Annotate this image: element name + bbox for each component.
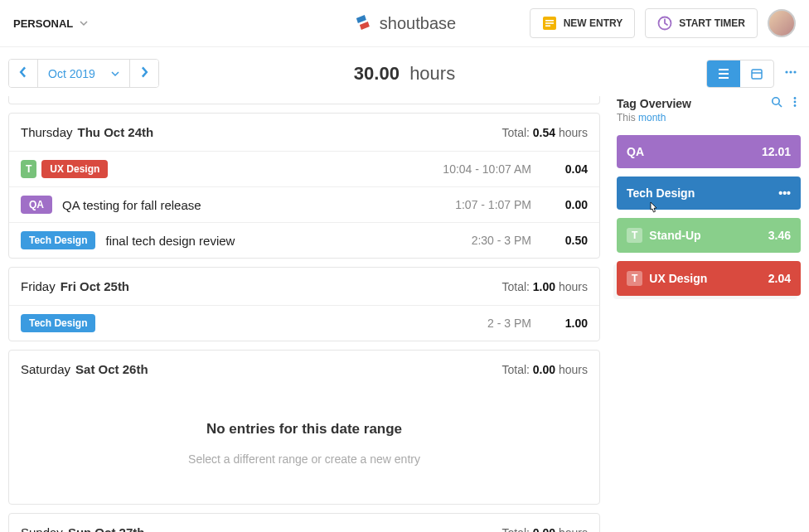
prev-period-button[interactable] xyxy=(9,60,37,87)
svg-point-6 xyxy=(785,70,787,73)
entry-tags: Tech Design xyxy=(21,314,95,332)
day-name: Saturday xyxy=(21,362,70,376)
main-content: Thursday Thu Oct 24th Total: 0.54 hours … xyxy=(0,96,809,532)
next-period-button[interactable] xyxy=(130,60,158,87)
day-card: Thursday Thu Oct 24th Total: 0.54 hours … xyxy=(8,113,600,259)
overview-tag-value: ••• xyxy=(778,186,791,200)
svg-point-7 xyxy=(789,70,792,73)
new-entry-label: NEW ENTRY xyxy=(564,17,623,29)
more-options-button[interactable] xyxy=(781,62,801,85)
entry-description: QA testing for fall release xyxy=(62,198,201,212)
chevron-down-icon xyxy=(80,19,88,27)
dots-vertical-icon xyxy=(789,96,801,108)
day-total: Total: 0.00 hours xyxy=(501,526,588,533)
logo-mark-icon xyxy=(353,13,373,33)
new-entry-button[interactable]: NEW ENTRY xyxy=(530,8,636,38)
day-header[interactable]: Thursday Thu Oct 24th Total: 0.54 hours xyxy=(9,114,599,151)
svg-rect-2 xyxy=(545,22,554,24)
day-date: Fri Oct 25th xyxy=(61,279,129,293)
svg-rect-5 xyxy=(752,70,762,79)
view-controls xyxy=(706,60,801,88)
entry-duration: 0.50 xyxy=(546,234,588,247)
workspace-label: PERSONAL xyxy=(13,17,73,30)
svg-point-9 xyxy=(773,98,779,104)
day-total: Total: 0.54 hours xyxy=(501,126,588,139)
period-selector[interactable]: Oct 2019 xyxy=(37,60,130,87)
day-header[interactable]: Saturday Sat Oct 26th Total: 0.00 hours xyxy=(9,351,599,388)
panel-title: Tag Overview xyxy=(617,97,691,110)
panel-search-button[interactable] xyxy=(771,96,782,110)
total-hours-label: hours xyxy=(409,63,455,84)
overview-tag-name: Stand-Up xyxy=(649,229,768,242)
tag-badge[interactable]: T xyxy=(21,160,36,178)
list-icon xyxy=(717,67,730,80)
search-icon xyxy=(771,96,782,108)
entry-time-range: 2 - 3 PM xyxy=(487,317,531,330)
cursor-pointer-icon xyxy=(647,201,660,216)
time-entry[interactable]: Tech Design 2 - 3 PM 1.00 xyxy=(9,305,599,341)
svg-point-10 xyxy=(794,97,797,99)
overview-tag-prefix: T xyxy=(627,228,642,243)
date-navigator: Oct 2019 xyxy=(8,59,159,88)
time-entry[interactable]: T UX Design 10:04 - 10:07 AM 0.04 xyxy=(9,151,599,186)
svg-point-12 xyxy=(794,104,797,107)
start-timer-label: START TIMER xyxy=(679,17,745,29)
svg-point-11 xyxy=(794,101,797,104)
overview-tag-value: 2.04 xyxy=(768,272,791,285)
entry-duration: 0.04 xyxy=(546,162,588,176)
overview-tag-value: 12.01 xyxy=(762,145,791,158)
timer-icon xyxy=(657,16,672,31)
brand-name: shoutbase xyxy=(380,14,456,33)
tag-overview-panel: Tag Overview This month QA 12.01 Tech De… xyxy=(617,96,801,304)
tag-overview-item[interactable]: T UX Design 2.04 xyxy=(617,261,801,296)
panel-period-link[interactable]: month xyxy=(638,112,666,123)
day-header[interactable]: Friday Fri Oct 25th Total: 1.00 hours xyxy=(9,268,599,305)
day-total: Total: 0.00 hours xyxy=(501,363,588,376)
day-total: Total: 1.00 hours xyxy=(501,280,588,293)
time-entry[interactable]: Tech Design final tech design review 2:3… xyxy=(9,222,599,258)
tag-badge[interactable]: Tech Design xyxy=(21,314,95,332)
workspace-selector[interactable]: PERSONAL xyxy=(13,17,88,30)
list-view-button[interactable] xyxy=(707,60,740,87)
app-header: PERSONAL shoutbase NEW ENTRY START TIMER xyxy=(0,0,809,47)
panel-more-button[interactable] xyxy=(789,96,801,110)
tag-badge[interactable]: UX Design xyxy=(41,160,108,178)
tag-overview-item[interactable]: T Stand-Up 3.46 xyxy=(617,218,801,253)
empty-heading: No entries for this date range xyxy=(17,421,591,438)
day-card: Sunday Sun Oct 27th Total: 0.00 hours xyxy=(8,513,600,532)
entry-tags: T UX Design xyxy=(21,160,108,178)
calendar-icon xyxy=(750,67,763,80)
day-card: Saturday Sat Oct 26th Total: 0.00 hours … xyxy=(8,350,600,505)
overview-tag-prefix: T xyxy=(627,271,642,286)
entry-tags: QA xyxy=(21,196,52,214)
day-name: Sunday xyxy=(21,525,63,532)
tag-badge[interactable]: QA xyxy=(21,196,52,214)
overview-tag-value: 3.46 xyxy=(768,229,791,242)
brand-logo: shoutbase xyxy=(353,13,456,33)
tag-overview-item[interactable]: QA 12.01 xyxy=(617,135,801,168)
entry-duration: 1.00 xyxy=(546,317,588,330)
user-avatar[interactable] xyxy=(768,9,796,37)
total-hours: 30.00 hours xyxy=(354,63,455,85)
day-date: Thu Oct 24th xyxy=(78,125,154,139)
svg-rect-1 xyxy=(545,20,554,22)
day-header[interactable]: Sunday Sun Oct 27th Total: 0.00 hours xyxy=(9,514,599,532)
chevron-right-icon xyxy=(138,66,150,78)
day-card: Friday Fri Oct 25th Total: 1.00 hours Te… xyxy=(8,267,600,341)
period-label: Oct 2019 xyxy=(48,67,95,80)
header-actions: NEW ENTRY START TIMER xyxy=(530,8,796,38)
tag-overview-item[interactable]: Tech Design ••• xyxy=(617,177,801,210)
empty-subtext: Select a different range or create a new… xyxy=(17,452,591,466)
start-timer-button[interactable]: START TIMER xyxy=(645,8,758,38)
tag-badge[interactable]: Tech Design xyxy=(21,231,95,249)
day-date: Sat Oct 26th xyxy=(75,362,148,376)
empty-state: No entries for this date range Select a … xyxy=(9,388,599,504)
entry-time-range: 1:07 - 1:07 PM xyxy=(455,198,531,211)
calendar-view-button[interactable] xyxy=(740,60,773,87)
overview-tag-name: QA xyxy=(627,145,762,158)
day-date: Sun Oct 27th xyxy=(68,525,145,532)
overview-tag-name: Tech Design xyxy=(627,186,778,200)
entry-duration: 0.00 xyxy=(546,198,588,211)
time-entry[interactable]: QA QA testing for fall release 1:07 - 1:… xyxy=(9,186,599,222)
chevron-down-icon xyxy=(111,70,119,78)
